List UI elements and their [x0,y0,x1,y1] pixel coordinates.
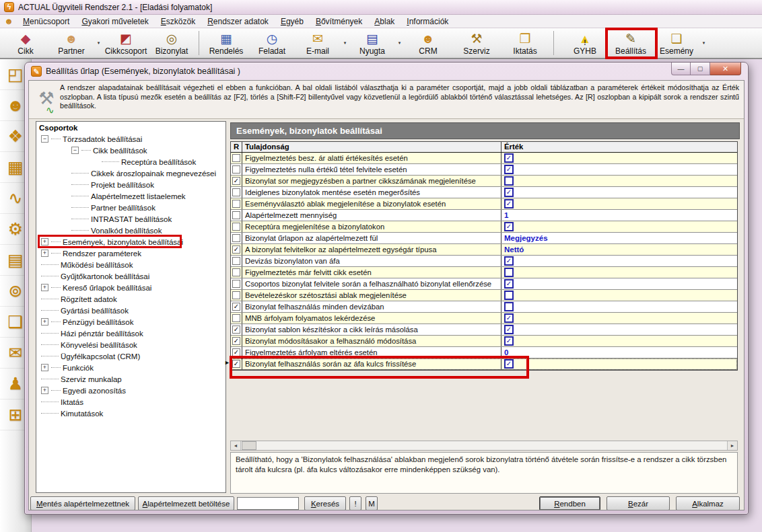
settings-row[interactable]: Csoportos bizonylat felvitele során a fe… [231,278,737,290]
cancel-button[interactable]: Bezár [607,496,670,510]
m-button[interactable]: M [366,496,378,510]
toolbar-button-szerviz[interactable]: ⚒Szerviz [452,28,501,58]
r-checkbox[interactable] [232,291,240,299]
column-header-property[interactable]: Tulajdonság [242,142,501,152]
value-cell[interactable]: ✓ [501,336,737,346]
r-checkbox[interactable]: ✓ [232,337,240,345]
settings-row[interactable]: Alapértelmezett mennyiség1 [231,210,737,221]
load-default-button[interactable]: Alapértelmezett betöltése [138,496,234,510]
value-checkbox[interactable] [504,302,514,311]
menu-item-gyakorimveletek[interactable]: Gyakori műveletek [75,15,154,28]
expand-icon[interactable]: + [41,387,48,394]
settings-row[interactable]: ✓Bizonylat sablon készítéskor a cikk leí… [231,324,737,336]
dropdown-arrow-icon[interactable]: ▾ [341,28,349,58]
value-checkbox[interactable]: ✓ [504,325,514,334]
tree-item[interactable]: Működési beállítások [36,259,226,270]
r-checkbox[interactable]: ✓ [232,326,240,334]
value-checkbox[interactable] [504,291,514,300]
menu-item-informcik[interactable]: Információk [401,15,454,28]
r-checkbox[interactable] [232,211,240,219]
r-checkbox[interactable] [232,200,240,208]
settings-row[interactable]: ✓A bizonylat felvitelkor az alapértelmez… [231,244,737,256]
search-button[interactable]: Keresés [304,496,346,510]
tree-item[interactable]: Kimutatások [36,408,226,419]
toolbar-button-rendeles[interactable]: ▦Rendelés [203,28,249,58]
settings-row[interactable]: Receptúra megjelenítése a bizonylatokon✓ [231,221,737,233]
toolbar-button-crm[interactable]: ☻CRM [404,28,452,58]
toolbar-button-email[interactable]: ✉E-mail [295,28,341,58]
r-checkbox[interactable]: ✓ [232,348,240,356]
dialog-titlebar[interactable]: ✎ Beállítás űrlap (Események, bizonylato… [25,63,748,80]
tree-item[interactable]: −Cikk beállítások [36,145,226,156]
tree-item[interactable]: Házi pénztár beállítások [36,328,226,339]
toolbar-button-cikk[interactable]: ◆Cikk [3,28,48,58]
value-text[interactable]: Megjegyzés [504,234,548,242]
toolbar-button-bizonylat[interactable]: ◎Bizonylat [149,28,195,58]
r-checkbox[interactable]: ✓ [232,245,240,254]
horizontal-scrollbar[interactable]: ◄ ► [230,441,738,451]
settings-row[interactable]: Figyelmeztetés nulla értékű tétel felvit… [231,164,737,176]
tree-item[interactable]: Vonalkód beállítások [36,225,226,236]
r-checkbox[interactable] [232,257,240,265]
expand-icon[interactable]: + [41,250,48,257]
collapse-icon[interactable]: − [41,135,48,143]
dropdown-arrow-icon[interactable]: ▾ [395,28,404,58]
value-cell[interactable]: Megjegyzés [501,233,737,243]
value-checkbox[interactable]: ✓ [504,279,514,289]
settings-row[interactable]: Bizonylat űrlapon az alapértelmezett fül… [231,233,737,244]
settings-row[interactable]: ✓Bizonylat felhasználás során az áfa kul… [231,358,737,370]
tree-item[interactable]: Könyvelési beállítások [36,339,226,350]
collapse-icon[interactable]: − [71,147,79,154]
toolbar-button-beallitas[interactable]: ✎Beállítás [608,28,654,58]
value-checkbox[interactable]: ✓ [504,199,514,208]
value-cell[interactable]: ✓ [501,153,737,163]
r-checkbox[interactable] [232,314,240,322]
tree-item[interactable]: Partner beállítások [36,202,226,213]
toolbar-button-esemeny[interactable]: ❏Esemény [654,28,699,58]
settings-row[interactable]: Figyelmeztetés besz. ár alatti értékesít… [231,153,737,164]
toolbar-button-partner[interactable]: ☻Partner [48,28,94,58]
toolbar-button-iktatas[interactable]: ❐Iktatás [501,28,549,58]
toolbar-button-gyhb[interactable]: ▲!GYHB [562,28,608,58]
value-text[interactable]: 0 [504,348,508,356]
menu-item-rendszeradatok[interactable]: Rendszer adatok [201,15,275,28]
tree-item[interactable]: +Pénzügyi beállítások [36,316,226,328]
tree-item[interactable]: Iktatás [36,396,226,408]
minimize-button[interactable]: — [671,63,691,75]
value-cell[interactable]: ✓ [501,278,737,289]
menu-item-eszkzk[interactable]: Eszközök [155,15,201,28]
settings-row[interactable]: ✓Figyelmeztetés árfolyam eltérés esetén0 [231,347,737,358]
value-cell[interactable]: 1 [501,210,737,221]
settings-row[interactable]: Devizás bizonylaton van áfa✓ [231,256,737,267]
scrollbar-thumb[interactable] [242,441,256,450]
save-default-button[interactable]: Mentés alapértelmezettnek [30,496,135,510]
r-checkbox[interactable] [232,154,240,162]
r-checkbox[interactable] [232,280,240,288]
settings-row[interactable]: ✓Bizonylat módosításakor a felhasználó m… [231,336,737,347]
expand-icon[interactable]: + [41,364,48,371]
tree-item[interactable]: +Egyedi azonosítás [36,385,226,396]
scroll-left-icon[interactable]: ◄ [231,441,241,450]
tree-item[interactable]: +Kereső űrlapok beállításai [36,282,226,293]
expand-icon[interactable]: + [41,284,48,291]
value-cell[interactable]: ✓ [501,221,737,232]
dropdown-arrow-icon[interactable]: ▾ [94,28,103,58]
settings-row[interactable]: Eseményválasztó ablak megjelenítése a bi… [231,198,737,210]
settings-row[interactable]: Bevételezéskor szétosztási ablak megjele… [231,290,737,301]
menu-item-bvtmnyek[interactable]: Bővítmények [310,15,368,28]
settings-row[interactable]: MNB árfolyam folyamatos lekérdezése✓ [231,313,737,324]
tree-item[interactable]: Projekt beállítások [36,179,226,190]
close-button[interactable]: ✕ [710,63,741,75]
tree-item[interactable]: Gyűjtőkartonok beállításai [36,270,226,282]
value-cell[interactable]: ✓ [501,187,737,198]
tree-item[interactable]: Alapértelmezett listaelemek [36,190,226,202]
tree-item[interactable]: Rögzített adatok [36,293,226,305]
r-checkbox[interactable] [232,188,240,196]
toolbar-button-nyugta[interactable]: ▤Nyugta [349,28,395,58]
expand-icon[interactable]: + [41,238,48,245]
column-header-value[interactable]: Érték [501,142,737,152]
ok-button[interactable]: Rendben [539,496,600,510]
value-cell[interactable]: ✓ [501,198,737,209]
r-checkbox[interactable] [232,165,240,174]
r-checkbox[interactable]: ✓ [232,360,240,368]
